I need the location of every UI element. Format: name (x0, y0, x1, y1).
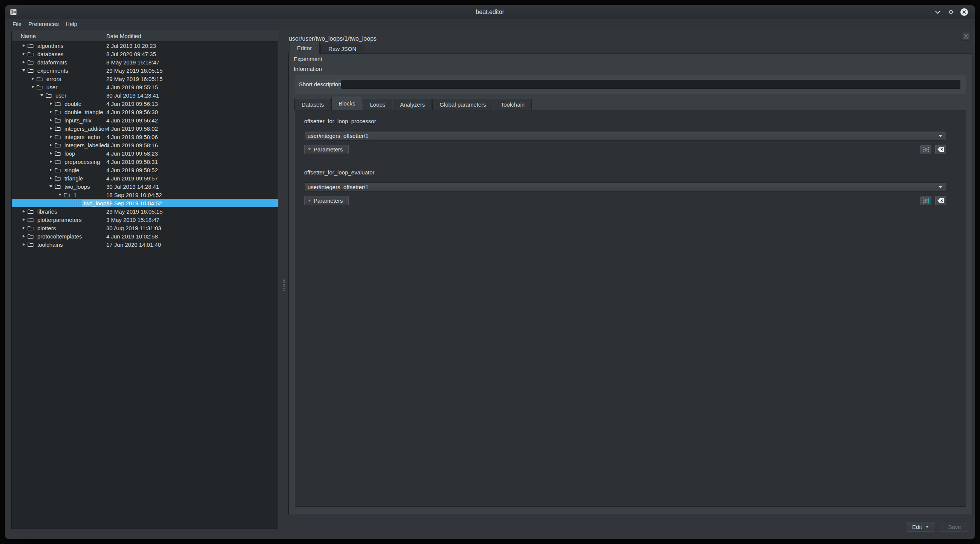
expander-icon[interactable] (21, 69, 27, 72)
block-section: offsetter_for_loop_evaluator user/intege… (304, 168, 946, 205)
expander-icon[interactable] (48, 143, 54, 147)
tree-row[interactable]: single 4 Jun 2019 09:58:52 (12, 166, 278, 174)
panel-splitter[interactable] (283, 279, 286, 291)
tree-item-label: user (55, 92, 67, 99)
block-tab-bar: DatasetsBlocksLoopsAnalyzersGlobal param… (294, 97, 532, 110)
tree-item-date: 4 Jun 2019 09:58:23 (106, 150, 158, 157)
save-button[interactable]: Save (939, 522, 970, 531)
tree-row[interactable]: plotterparameters 3 May 2019 15:18:47 (12, 216, 278, 224)
expander-icon[interactable] (48, 110, 54, 114)
tree-row[interactable]: integers_addition 4 Jun 2019 09:58:02 (12, 124, 278, 133)
expander-icon[interactable] (39, 94, 45, 97)
expander-icon[interactable] (21, 209, 27, 213)
folder-icon (54, 109, 61, 114)
block-name: offsetter_for_loop_evaluator (304, 168, 946, 177)
tree-row[interactable]: preprocessing 4 Jun 2019 09:58:31 (12, 157, 278, 166)
expander-icon[interactable] (21, 234, 27, 238)
parameters-button[interactable]: Parameters (304, 196, 348, 205)
edit-dropdown-button[interactable]: Edit (906, 522, 935, 531)
tree-row[interactable]: 1 18 Sep 2019 10:04:52 (12, 190, 278, 199)
expander-icon[interactable] (48, 127, 54, 130)
tree-item-label: two_loops (64, 183, 91, 190)
tree-row[interactable]: experiments 29 May 2019 16:05:15 (12, 66, 278, 75)
tab-blocks[interactable]: Blocks (331, 97, 362, 110)
clear-button[interactable] (935, 196, 946, 205)
expander-icon[interactable] (21, 52, 27, 56)
expander-icon[interactable] (30, 77, 36, 81)
tab-global-parameters[interactable]: Global parameters (432, 99, 493, 110)
experiment-heading: Experiment (294, 56, 322, 62)
expander-icon[interactable] (48, 151, 54, 155)
algorithm-combobox[interactable]: user/integers_offsetter/1 (304, 182, 946, 192)
expander-icon[interactable] (48, 118, 54, 122)
tab-datasets[interactable]: Datasets (294, 99, 331, 110)
column-header-date-modified[interactable]: Date Modified (104, 31, 142, 41)
menu-item-preferences[interactable]: Preferences (25, 19, 62, 29)
expander-icon[interactable] (21, 44, 27, 48)
information-group-box: Short description (295, 75, 966, 94)
tree-item-label: integers_addition (64, 125, 108, 132)
expander-icon[interactable] (21, 60, 27, 64)
tree-row[interactable]: two_loops 30 Jul 2019 14:28:41 (12, 182, 278, 190)
maximize-button[interactable] (947, 8, 955, 16)
expander-icon[interactable] (21, 226, 27, 230)
tab-editor[interactable]: Editor (289, 42, 320, 54)
close-button[interactable] (960, 8, 968, 16)
tree-row[interactable]: libraries 29 May 2019 16:05:15 (12, 207, 278, 216)
tree-row[interactable]: integers_echo 4 Jun 2019 09:58:06 (12, 133, 278, 141)
column-header-name[interactable]: Name (12, 31, 104, 41)
tree-row[interactable]: algorithms 2 Jul 2019 10:20:23 (12, 41, 278, 50)
minimize-button[interactable] (934, 8, 942, 16)
toolchain-button[interactable] (920, 196, 931, 205)
expander-icon[interactable] (48, 102, 54, 105)
expander-icon[interactable] (48, 160, 54, 163)
expander-icon[interactable] (21, 218, 27, 222)
expander-icon[interactable] (30, 86, 36, 89)
expander-icon[interactable] (21, 243, 27, 246)
expander-icon[interactable] (57, 193, 63, 196)
tree-row[interactable]: triangle 4 Jun 2019 09:59:57 (12, 174, 278, 182)
chevron-down-icon (926, 526, 929, 528)
information-group-title: Information (294, 65, 322, 72)
tab-raw-json[interactable]: Raw JSON (320, 44, 364, 54)
algorithm-value: user/integers_offsetter/1 (307, 133, 368, 139)
tree-row[interactable]: {} two_loops 18 Sep 2019 10:04:52 (12, 199, 278, 207)
tree-row[interactable]: loop 4 Jun 2019 09:58:23 (12, 149, 278, 157)
tree-row[interactable]: double 4 Jun 2019 09:56:13 (12, 100, 278, 108)
tree-row[interactable]: user 4 Jun 2019 09:55:15 (12, 83, 278, 91)
algorithm-combobox[interactable]: user/integers_offsetter/1 (304, 131, 946, 141)
app-window: beat.editor FilePreferencesHelp Name Dat… (5, 5, 975, 539)
short-description-input[interactable] (341, 80, 960, 89)
tree-item-date: 4 Jun 2019 09:56:30 (106, 109, 158, 115)
tree-item-label: toolchains (37, 241, 64, 248)
tree-item-date: 30 Jul 2019 14:28:41 (106, 184, 159, 190)
tab-loops[interactable]: Loops (363, 99, 392, 110)
tab-analyzers[interactable]: Analyzers (393, 99, 432, 110)
tree-row[interactable]: user 30 Jul 2019 14:28:41 (12, 91, 278, 100)
titlebar[interactable]: beat.editor (5, 5, 975, 19)
tree-row[interactable]: double_triangle 4 Jun 2019 09:56:30 (12, 108, 278, 116)
expander-icon[interactable] (48, 176, 54, 180)
tab-toolchain[interactable]: Toolchain (494, 99, 532, 110)
tree-row[interactable]: errors 29 May 2019 16:05:15 (12, 75, 278, 83)
toolchain-button[interactable] (920, 145, 931, 154)
tree-row[interactable]: protocoltemplates 4 Jun 2019 10:02:58 (12, 232, 278, 240)
toolchain-icon (922, 146, 929, 153)
tree-row[interactable]: inputs_mix 4 Jun 2019 09:56:42 (12, 116, 278, 124)
menu-item-file[interactable]: File (9, 19, 25, 29)
expander-icon[interactable] (48, 168, 54, 172)
clear-button[interactable] (935, 145, 946, 154)
folder-icon (54, 159, 61, 164)
tree-item-date: 3 May 2019 15:18:47 (106, 217, 159, 223)
expander-icon[interactable] (48, 185, 54, 188)
tree-row[interactable]: databases 8 Jul 2020 09:47:35 (12, 50, 278, 58)
tree-row[interactable]: dataformats 3 May 2019 15:18:47 (12, 58, 278, 66)
tree-item-label: triangle (64, 175, 84, 182)
float-panel-button[interactable] (961, 32, 970, 41)
expander-icon[interactable] (48, 135, 54, 139)
parameters-button[interactable]: Parameters (304, 145, 348, 154)
tree-row[interactable]: integers_labelled 4 Jun 2019 09:58:16 (12, 141, 278, 149)
menu-item-help[interactable]: Help (62, 19, 81, 29)
tree-row[interactable]: plotters 30 Aug 2019 11:31:03 (12, 224, 278, 232)
tree-row[interactable]: toolchains 17 Jun 2020 14:01:40 (12, 240, 278, 249)
